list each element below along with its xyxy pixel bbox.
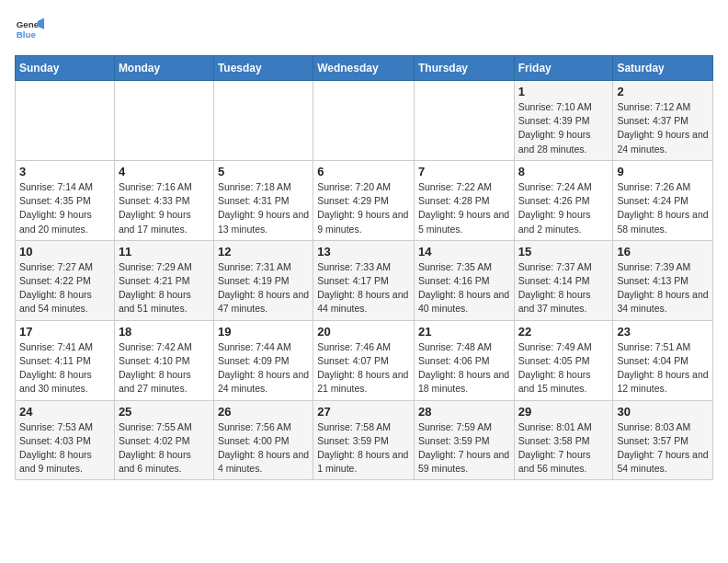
calendar-cell: 1Sunrise: 7:10 AM Sunset: 4:39 PM Daylig… [514,81,613,161]
day-number: 25 [119,405,210,419]
day-info: Sunrise: 7:31 AM Sunset: 4:19 PM Dayligh… [218,260,309,316]
svg-text:Blue: Blue [17,29,37,40]
calendar-cell: 7Sunrise: 7:22 AM Sunset: 4:28 PM Daylig… [414,160,514,240]
calendar-cell: 22Sunrise: 7:49 AM Sunset: 4:05 PM Dayli… [514,320,613,400]
day-number: 18 [119,325,210,339]
day-number: 6 [317,165,410,178]
day-info: Sunrise: 7:39 AM Sunset: 4:13 PM Dayligh… [617,260,709,316]
day-info: Sunrise: 7:24 AM Sunset: 4:26 PM Dayligh… [518,180,609,236]
day-info: Sunrise: 7:12 AM Sunset: 4:37 PM Dayligh… [617,100,709,156]
day-info: Sunrise: 7:37 AM Sunset: 4:14 PM Dayligh… [518,260,609,316]
day-number: 17 [19,325,110,339]
calendar-cell: 10Sunrise: 7:27 AM Sunset: 4:22 PM Dayli… [16,240,115,320]
day-info: Sunrise: 7:53 AM Sunset: 4:03 PM Dayligh… [19,420,110,477]
calendar-week-row: 1Sunrise: 7:10 AM Sunset: 4:39 PM Daylig… [16,81,713,161]
day-info: Sunrise: 7:42 AM Sunset: 4:10 PM Dayligh… [119,340,210,396]
day-number: 5 [218,165,309,178]
day-info: Sunrise: 7:10 AM Sunset: 4:39 PM Dayligh… [518,100,609,156]
calendar-cell: 27Sunrise: 7:58 AM Sunset: 3:59 PM Dayli… [313,400,415,480]
day-number: 26 [218,405,309,419]
day-info: Sunrise: 7:48 AM Sunset: 4:06 PM Dayligh… [418,340,510,396]
weekday-header: Monday [114,56,213,81]
calendar-header: SundayMondayTuesdayWednesdayThursdayFrid… [16,56,713,81]
calendar-cell: 25Sunrise: 7:55 AM Sunset: 4:02 PM Dayli… [114,400,213,480]
calendar-week-row: 3Sunrise: 7:14 AM Sunset: 4:35 PM Daylig… [16,160,713,240]
day-info: Sunrise: 8:03 AM Sunset: 3:57 PM Dayligh… [617,420,709,477]
calendar-cell: 6Sunrise: 7:20 AM Sunset: 4:29 PM Daylig… [313,160,415,240]
day-info: Sunrise: 7:33 AM Sunset: 4:17 PM Dayligh… [317,260,410,316]
day-info: Sunrise: 7:29 AM Sunset: 4:21 PM Dayligh… [119,260,210,316]
calendar-cell: 9Sunrise: 7:26 AM Sunset: 4:24 PM Daylig… [613,160,713,240]
day-number: 28 [418,405,510,419]
calendar-cell: 3Sunrise: 7:14 AM Sunset: 4:35 PM Daylig… [16,160,115,240]
day-number: 4 [119,165,210,178]
weekday-header: Wednesday [313,56,415,81]
day-number: 13 [317,245,410,259]
logo: General Blue [15,15,44,44]
day-number: 10 [19,245,110,259]
day-number: 22 [518,325,609,339]
calendar-cell: 28Sunrise: 7:59 AM Sunset: 3:59 PM Dayli… [414,400,514,480]
calendar-cell: 21Sunrise: 7:48 AM Sunset: 4:06 PM Dayli… [414,320,514,400]
day-number: 3 [19,165,110,178]
calendar-cell: 13Sunrise: 7:33 AM Sunset: 4:17 PM Dayli… [313,240,415,320]
day-info: Sunrise: 7:27 AM Sunset: 4:22 PM Dayligh… [19,260,110,316]
day-info: Sunrise: 7:35 AM Sunset: 4:16 PM Dayligh… [418,260,510,316]
day-info: Sunrise: 7:59 AM Sunset: 3:59 PM Dayligh… [418,420,510,477]
day-number: 30 [617,405,709,419]
day-info: Sunrise: 7:26 AM Sunset: 4:24 PM Dayligh… [617,180,709,236]
day-info: Sunrise: 7:16 AM Sunset: 4:33 PM Dayligh… [119,180,210,236]
weekday-header: Thursday [414,56,514,81]
calendar-week-row: 24Sunrise: 7:53 AM Sunset: 4:03 PM Dayli… [16,400,713,480]
calendar-cell: 30Sunrise: 8:03 AM Sunset: 3:57 PM Dayli… [613,400,713,480]
day-number: 29 [518,405,609,419]
day-info: Sunrise: 7:14 AM Sunset: 4:35 PM Dayligh… [19,180,110,236]
calendar-cell [414,81,514,161]
day-info: Sunrise: 7:56 AM Sunset: 4:00 PM Dayligh… [218,420,309,477]
calendar-cell: 14Sunrise: 7:35 AM Sunset: 4:16 PM Dayli… [414,240,514,320]
calendar-cell [213,81,313,161]
day-number: 24 [19,405,110,419]
day-number: 19 [218,325,309,339]
day-number: 8 [518,165,609,178]
day-number: 15 [518,245,609,259]
calendar-cell: 29Sunrise: 8:01 AM Sunset: 3:58 PM Dayli… [514,400,613,480]
calendar-cell: 4Sunrise: 7:16 AM Sunset: 4:33 PM Daylig… [114,160,213,240]
calendar-cell: 11Sunrise: 7:29 AM Sunset: 4:21 PM Dayli… [114,240,213,320]
day-number: 7 [418,165,510,178]
day-info: Sunrise: 7:55 AM Sunset: 4:02 PM Dayligh… [119,420,210,477]
day-info: Sunrise: 8:01 AM Sunset: 3:58 PM Dayligh… [518,420,609,477]
calendar-cell: 24Sunrise: 7:53 AM Sunset: 4:03 PM Dayli… [16,400,115,480]
calendar-cell [16,81,115,161]
calendar-table: SundayMondayTuesdayWednesdayThursdayFrid… [15,55,713,480]
day-info: Sunrise: 7:46 AM Sunset: 4:07 PM Dayligh… [317,340,410,396]
calendar-cell: 23Sunrise: 7:51 AM Sunset: 4:04 PM Dayli… [613,320,713,400]
day-number: 16 [617,245,709,259]
weekday-header: Friday [514,56,613,81]
logo-icon: General Blue [15,15,44,44]
day-number: 12 [218,245,309,259]
calendar-cell: 2Sunrise: 7:12 AM Sunset: 4:37 PM Daylig… [613,81,713,161]
calendar-cell: 12Sunrise: 7:31 AM Sunset: 4:19 PM Dayli… [213,240,313,320]
day-info: Sunrise: 7:41 AM Sunset: 4:11 PM Dayligh… [19,340,110,396]
day-number: 23 [617,325,709,339]
weekday-header: Sunday [16,56,115,81]
day-number: 11 [119,245,210,259]
day-info: Sunrise: 7:58 AM Sunset: 3:59 PM Dayligh… [317,420,410,477]
day-info: Sunrise: 7:51 AM Sunset: 4:04 PM Dayligh… [617,340,709,396]
day-number: 1 [518,85,609,98]
calendar-cell [114,81,213,161]
calendar-cell: 26Sunrise: 7:56 AM Sunset: 4:00 PM Dayli… [213,400,313,480]
calendar-cell: 5Sunrise: 7:18 AM Sunset: 4:31 PM Daylig… [213,160,313,240]
calendar-cell: 16Sunrise: 7:39 AM Sunset: 4:13 PM Dayli… [613,240,713,320]
page-header: General Blue [15,15,713,44]
weekday-header: Saturday [613,56,713,81]
day-number: 14 [418,245,510,259]
day-info: Sunrise: 7:22 AM Sunset: 4:28 PM Dayligh… [418,180,510,236]
calendar-cell: 18Sunrise: 7:42 AM Sunset: 4:10 PM Dayli… [114,320,213,400]
day-number: 20 [317,325,410,339]
calendar-cell: 8Sunrise: 7:24 AM Sunset: 4:26 PM Daylig… [514,160,613,240]
day-info: Sunrise: 7:20 AM Sunset: 4:29 PM Dayligh… [317,180,410,236]
calendar-body: 1Sunrise: 7:10 AM Sunset: 4:39 PM Daylig… [16,81,713,480]
calendar-cell: 17Sunrise: 7:41 AM Sunset: 4:11 PM Dayli… [16,320,115,400]
